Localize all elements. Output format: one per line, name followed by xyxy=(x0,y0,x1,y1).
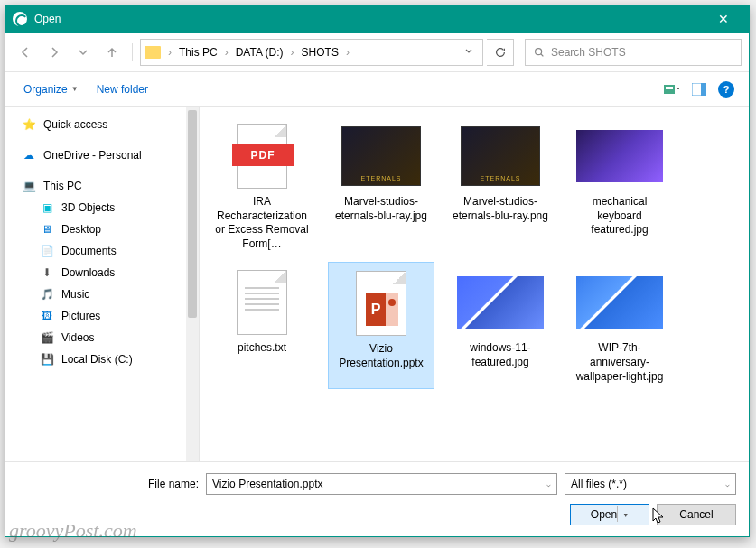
titlebar: Open ✕ xyxy=(5,5,749,33)
image-thumbnail xyxy=(341,126,421,186)
file-item-image[interactable]: Marvel-studios-eternals-blu-ray.png xyxy=(447,116,554,256)
back-button[interactable] xyxy=(13,40,38,65)
file-item-image[interactable]: WIP-7th-anniversary-wallpaper-light.jpg xyxy=(566,262,673,389)
file-item-pptx-selected[interactable]: P Vizio Presentation.pptx xyxy=(328,262,434,389)
image-thumbnail xyxy=(576,130,663,182)
filename-label: File name: xyxy=(18,478,199,490)
sidebar-3d-objects[interactable]: ▣3D Objects xyxy=(5,197,199,218)
new-folder-button[interactable]: New folder xyxy=(89,79,155,99)
svg-rect-4 xyxy=(701,83,706,96)
sidebar-music[interactable]: 🎵Music xyxy=(5,283,199,305)
sidebar-videos[interactable]: 🎬Videos xyxy=(5,327,199,348)
sidebar-local-disk[interactable]: 💾Local Disk (C:) xyxy=(5,348,199,370)
file-item-image[interactable]: windows-11-featured.jpg xyxy=(447,262,554,389)
crumb-data[interactable]: DATA (D:) xyxy=(232,44,287,60)
organize-menu[interactable]: Organize▼ xyxy=(16,79,86,99)
document-icon: 📄 xyxy=(40,244,54,258)
search-placeholder: Search SHOTS xyxy=(551,46,626,59)
preview-pane-button[interactable] xyxy=(687,78,711,101)
image-thumbnail xyxy=(576,276,663,329)
crumb-shots[interactable]: SHOTS xyxy=(298,44,342,60)
music-icon: 🎵 xyxy=(40,287,54,302)
pdf-icon: PDF xyxy=(232,144,294,166)
star-icon: ⭐ xyxy=(22,117,36,132)
file-item-image[interactable]: Marvel-studios-eternals-blu-ray.jpg xyxy=(328,116,434,256)
video-icon: 🎬 xyxy=(40,330,54,345)
file-item-image[interactable]: mechanical keyboard featured.jpg xyxy=(566,116,673,256)
address-dropdown[interactable] xyxy=(459,46,479,59)
open-button[interactable]: Open▼ xyxy=(570,504,649,525)
desktop-icon: 🖥 xyxy=(40,222,54,237)
filename-input[interactable]: Vizio Presentation.pptx ⌵ xyxy=(206,473,557,495)
navbar: › This PC › DATA (D:) › SHOTS › Search S… xyxy=(5,33,749,72)
refresh-button[interactable] xyxy=(487,39,514,66)
file-list: PDF IRA Recharacterization or Excess Rem… xyxy=(200,107,749,461)
app-icon xyxy=(13,12,27,26)
toolbar: Organize▼ New folder ? xyxy=(5,72,749,107)
image-thumbnail xyxy=(457,276,544,329)
file-item-txt[interactable]: pitches.txt xyxy=(209,262,315,389)
sidebar-desktop[interactable]: 🖥Desktop xyxy=(5,218,199,240)
search-input[interactable]: Search SHOTS xyxy=(525,39,742,66)
filename-dropdown[interactable]: ⌵ xyxy=(546,480,551,488)
window-title: Open xyxy=(34,13,705,25)
up-button[interactable] xyxy=(99,40,125,65)
sidebar-pictures[interactable]: 🖼Pictures xyxy=(5,305,199,327)
close-button[interactable]: ✕ xyxy=(705,12,742,26)
sidebar-quick-access[interactable]: ⭐Quick access xyxy=(5,114,199,135)
search-icon xyxy=(533,46,546,59)
file-type-filter[interactable]: All files (*.*) ⌵ xyxy=(565,473,736,495)
svg-rect-2 xyxy=(666,87,673,89)
file-item-pdf[interactable]: PDF IRA Recharacterization or Excess Rem… xyxy=(209,116,315,256)
open-dialog: Open ✕ › This PC › DATA (D:) › SHOTS › S… xyxy=(5,5,750,537)
cancel-button[interactable]: Cancel xyxy=(657,504,736,525)
footer: File name: Vizio Presentation.pptx ⌵ All… xyxy=(5,461,749,536)
address-bar[interactable]: › This PC › DATA (D:) › SHOTS › xyxy=(140,39,483,66)
disk-icon: 💾 xyxy=(40,352,54,367)
image-thumbnail xyxy=(461,126,540,186)
help-button[interactable]: ? xyxy=(714,78,738,101)
folder-icon xyxy=(145,46,161,59)
sidebar-downloads[interactable]: ⬇Downloads xyxy=(5,262,199,283)
view-menu[interactable] xyxy=(660,78,684,101)
pc-icon: 💻 xyxy=(22,179,36,193)
crumb-this-pc[interactable]: This PC xyxy=(175,44,221,60)
sidebar: ⭐Quick access ☁OneDrive - Personal 💻This… xyxy=(5,107,200,461)
body: ⭐Quick access ☁OneDrive - Personal 💻This… xyxy=(5,107,749,461)
pictures-icon: 🖼 xyxy=(40,309,54,323)
cube-icon: ▣ xyxy=(40,200,54,215)
sidebar-documents[interactable]: 📄Documents xyxy=(5,240,199,262)
sidebar-onedrive[interactable]: ☁OneDrive - Personal xyxy=(5,144,199,166)
svg-point-0 xyxy=(536,48,542,54)
download-icon: ⬇ xyxy=(40,265,54,280)
recent-dropdown[interactable] xyxy=(70,40,96,65)
cloud-icon: ☁ xyxy=(22,148,36,163)
sidebar-scrollbar[interactable] xyxy=(186,107,199,461)
sidebar-this-pc[interactable]: 💻This PC xyxy=(5,175,199,197)
forward-button[interactable] xyxy=(42,40,67,65)
powerpoint-icon: P xyxy=(366,293,398,326)
